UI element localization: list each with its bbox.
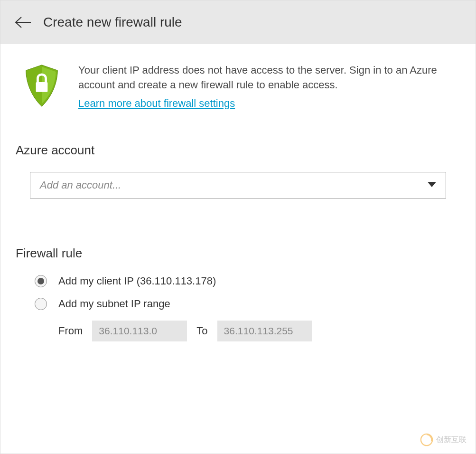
dropdown-placeholder: Add an account... — [40, 179, 121, 191]
arrow-left-icon — [14, 16, 32, 29]
dialog-header: Create new firewall rule — [0, 0, 476, 44]
firewall-rule-heading: Firewall rule — [16, 246, 460, 261]
info-section: Your client IP address does not have acc… — [16, 63, 460, 110]
page-title: Create new firewall rule — [43, 15, 182, 30]
radio-button-client-ip[interactable] — [35, 275, 47, 287]
watermark-icon — [420, 433, 433, 446]
from-label: From — [58, 325, 83, 337]
svg-marker-2 — [428, 182, 436, 187]
main-content: Your client IP address does not have acc… — [0, 44, 476, 360]
radio-button-subnet[interactable] — [35, 298, 47, 310]
back-button[interactable] — [14, 16, 32, 29]
azure-account-heading: Azure account — [16, 143, 460, 158]
info-text-block: Your client IP address does not have acc… — [78, 63, 460, 110]
from-ip-input[interactable] — [92, 321, 187, 341]
chevron-down-icon — [428, 181, 436, 189]
account-dropdown[interactable]: Add an account... — [30, 172, 446, 199]
watermark-text: 创新互联 — [436, 435, 467, 445]
to-label: To — [196, 325, 207, 337]
radio-option-client-ip[interactable]: Add my client IP (36.110.113.178) — [35, 275, 460, 287]
to-ip-input[interactable] — [217, 321, 312, 341]
svg-rect-1 — [36, 82, 48, 92]
learn-more-link[interactable]: Learn more about firewall settings — [78, 97, 235, 109]
radio-option-subnet[interactable]: Add my subnet IP range — [35, 298, 460, 310]
radio-label-subnet: Add my subnet IP range — [58, 298, 170, 310]
firewall-options: Add my client IP (36.110.113.178) Add my… — [35, 275, 460, 341]
ip-range-row: From To — [58, 321, 460, 341]
shield-lock-icon — [20, 63, 63, 108]
radio-label-client-ip: Add my client IP (36.110.113.178) — [58, 275, 216, 287]
watermark: 创新互联 — [420, 433, 467, 446]
info-description: Your client IP address does not have acc… — [78, 63, 460, 93]
